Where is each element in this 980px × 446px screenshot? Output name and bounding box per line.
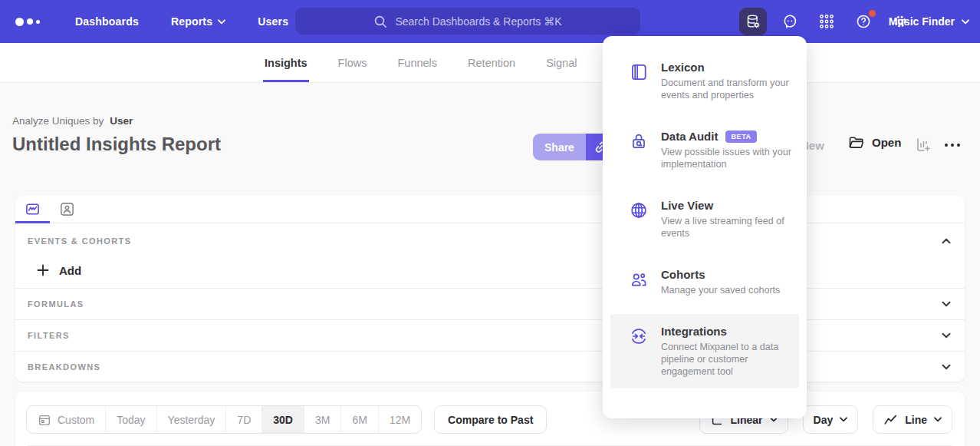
line-chart-icon: [883, 412, 898, 427]
chevron-up-icon: [942, 238, 951, 244]
chevron-down-icon: [218, 19, 225, 25]
tab-retention[interactable]: Retention: [468, 43, 515, 82]
lexicon-icon: [629, 61, 649, 101]
help-button[interactable]: [850, 8, 877, 35]
folder-icon: [848, 135, 864, 150]
menu-item-text: Data Audit BETA View possible issues wit…: [661, 130, 794, 170]
insights-chart-icon: [25, 201, 41, 217]
chevron-down-icon: [934, 417, 942, 422]
tab-events-view[interactable]: [15, 196, 50, 223]
chevron-down-icon: [942, 301, 951, 307]
date-option-3m[interactable]: 3M: [304, 406, 340, 433]
top-navigation-bar: Dashboards Reports Users Search Dashboar…: [0, 0, 980, 43]
section-events-cohorts[interactable]: EVENTS & COHORTS: [15, 230, 965, 253]
section-formulas[interactable]: FORMULAS: [15, 288, 965, 319]
apps-grid-button[interactable]: [813, 8, 840, 35]
tab-flows[interactable]: Flows: [338, 43, 367, 82]
date-option-30d[interactable]: 30D: [261, 406, 304, 433]
search-placeholder: Search Dashboards & Reports ⌘K: [395, 15, 561, 28]
globe-icon: [629, 199, 649, 240]
nav-users[interactable]: Users: [258, 15, 288, 28]
section-filters[interactable]: FILTERS: [15, 319, 965, 351]
menu-item-integrations[interactable]: Integrations Connect Mixpanel to a data …: [610, 314, 799, 388]
project-selector[interactable]: Music Finder: [889, 0, 969, 43]
mixpanel-logo[interactable]: [15, 18, 51, 26]
date-option-today[interactable]: Today: [105, 406, 156, 433]
integrations-sync-icon: [629, 325, 649, 378]
chat-bubble-icon: [781, 13, 798, 30]
grid-icon: [818, 13, 835, 30]
menu-item-lexicon[interactable]: Lexicon Document and transform your even…: [610, 50, 799, 112]
more-actions-button[interactable]: [943, 142, 962, 148]
open-report-button[interactable]: Open: [848, 135, 901, 150]
add-to-dashboard-button[interactable]: [916, 137, 932, 153]
analyze-label: Analyze Uniques by: [12, 115, 104, 127]
date-range-segmented-control: Custom Today Yesterday 7D 30D 3M 6M 12M: [26, 405, 422, 434]
date-option-yesterday[interactable]: Yesterday: [156, 406, 226, 433]
menu-item-live-view[interactable]: Live View View a live streaming feed of …: [610, 188, 799, 250]
add-event-button[interactable]: Add: [15, 253, 965, 288]
ellipsis-icon: [943, 142, 962, 148]
chevron-down-icon: [942, 364, 951, 370]
analyze-breadcrumb: Analyze Uniques by User: [12, 115, 133, 127]
nav-dashboards[interactable]: Dashboards: [75, 15, 139, 28]
date-option-12m[interactable]: 12M: [378, 406, 421, 433]
date-option-7d[interactable]: 7D: [225, 406, 261, 433]
plus-icon: [37, 264, 49, 276]
query-builder-panel: EVENTS & COHORTS Add FORMULAS FILTERS BR…: [15, 196, 965, 382]
granularity-selector[interactable]: Day: [803, 405, 859, 434]
chevron-down-icon: [962, 19, 969, 25]
feedback-button[interactable]: [776, 8, 804, 35]
data-tools-popover: Lexicon Document and transform your even…: [603, 36, 807, 418]
report-type-tabs: Insights Flows Funnels Retention Signal …: [0, 43, 980, 83]
calendar-icon: [38, 413, 51, 427]
tab-signal[interactable]: Signal: [546, 43, 577, 82]
chevron-down-icon: [942, 332, 951, 339]
chevron-down-icon: [840, 417, 847, 422]
menu-item-text: Integrations Connect Mixpanel to a data …: [661, 325, 794, 378]
report-title[interactable]: Untitled Insights Report: [12, 134, 221, 155]
tab-funnels[interactable]: Funnels: [397, 43, 437, 82]
search-icon: [373, 15, 387, 28]
menu-item-data-audit[interactable]: Data Audit BETA View possible issues wit…: [610, 119, 799, 181]
cohorts-people-icon: [629, 268, 649, 296]
menu-item-cohorts[interactable]: Cohorts Manage your saved cohorts: [610, 257, 799, 307]
chart-add-icon: [916, 137, 932, 153]
tab-insights[interactable]: Insights: [265, 43, 307, 82]
date-option-custom[interactable]: Custom: [27, 406, 105, 433]
builder-view-tabs: [15, 196, 965, 223]
data-management-button[interactable]: [739, 8, 767, 35]
data-audit-icon: [629, 130, 649, 170]
date-range-controls: Custom Today Yesterday 7D 30D 3M 6M 12M …: [26, 405, 547, 434]
project-name: Music Finder: [889, 15, 955, 28]
menu-item-text: Cohorts Manage your saved cohorts: [661, 268, 780, 296]
share-button[interactable]: Share: [533, 134, 586, 160]
chart-controls-panel: Custom Today Yesterday 7D 30D 3M 6M 12M …: [15, 391, 965, 446]
notification-dot: [869, 10, 876, 17]
section-breakdowns[interactable]: BREAKDOWNS: [15, 351, 965, 382]
nav-reports[interactable]: Reports: [171, 15, 225, 28]
tab-users-view[interactable]: [50, 196, 84, 223]
database-gear-icon: [745, 13, 761, 30]
top-nav: Dashboards Reports Users: [75, 15, 288, 28]
user-profile-icon: [59, 201, 75, 217]
menu-item-text: Lexicon Document and transform your even…: [661, 61, 794, 101]
menu-item-text: Live View View a live streaming feed of …: [661, 199, 794, 240]
beta-badge: BETA: [725, 130, 756, 143]
compare-to-past-button[interactable]: Compare to Past: [434, 405, 547, 434]
report-header: Analyze Uniques by User Untitled Insight…: [0, 83, 980, 196]
date-option-6m[interactable]: 6M: [340, 406, 377, 433]
analyze-entity-selector[interactable]: User: [110, 115, 133, 127]
chart-type-selector[interactable]: Line: [873, 405, 952, 434]
search-input[interactable]: Search Dashboards & Reports ⌘K: [295, 8, 640, 35]
